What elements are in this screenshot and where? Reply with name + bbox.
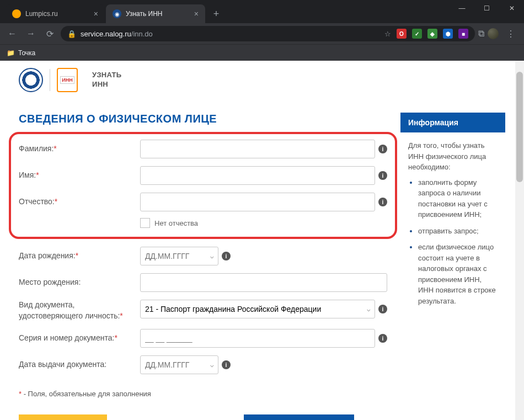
name-row: Имя:* i (19, 166, 387, 185)
back-button[interactable]: ← (4, 26, 20, 41)
doctype-row: Вид документа, удостоверяющего личность:… (19, 300, 387, 321)
birthdate-row: Дата рождения:* ⌵ i (19, 247, 387, 265)
page-scrollbar[interactable] (515, 61, 524, 420)
info-icon[interactable]: i (378, 305, 387, 313)
info-icon[interactable]: i (222, 252, 231, 260)
forward-button[interactable]: → (23, 26, 39, 41)
docdate-input[interactable] (140, 355, 218, 374)
name-input[interactable] (140, 166, 375, 185)
bookmark-folder-tochka[interactable]: 📁 Точка (7, 49, 35, 57)
no-patronymic-checkbox[interactable] (140, 218, 150, 228)
birthplace-row: Место рождения: (19, 273, 387, 292)
logo-separator (50, 69, 50, 91)
info-card-body: Для того, чтобы узнать ИНН физического л… (400, 132, 505, 320)
surname-row: Фамилия:* i (19, 140, 387, 158)
submit-button[interactable] (244, 414, 354, 420)
list-item: если физическое лицо состоит на учете в … (418, 242, 498, 306)
birthdate-input[interactable] (140, 247, 218, 265)
new-tab-button[interactable]: + (208, 6, 224, 22)
minimize-button[interactable]: — (450, 0, 474, 17)
docnum-input[interactable] (140, 329, 375, 348)
lumpics-favicon (12, 9, 21, 18)
no-patronymic-row: Нет отчества (140, 218, 387, 228)
address-bar[interactable]: 🔒 service.nalog.ru/inn.do ☆ O ✓ ◆ ⬢ ■ (61, 26, 475, 41)
close-icon[interactable]: × (194, 9, 199, 18)
list-item: заполнить форму запроса о наличии постан… (418, 177, 498, 220)
maximize-button[interactable]: ☐ (474, 0, 499, 17)
opera-ext-icon[interactable]: O (397, 29, 407, 39)
close-icon[interactable]: × (94, 9, 98, 18)
folder-icon: 📁 (7, 49, 15, 57)
docnum-row: Серия и номер документа:* i (19, 329, 387, 348)
section-heading: СВЕДЕНИЯ О ФИЗИЧЕСКОМ ЛИЦЕ (19, 113, 387, 125)
docnum-label: Серия и номер документа:* (19, 333, 140, 344)
required-note: * - Поля, обязательные для заполнения (19, 390, 387, 398)
lock-icon: 🔒 (67, 30, 76, 38)
info-icon[interactable]: i (378, 334, 387, 343)
info-icon[interactable]: i (378, 145, 387, 153)
info-sidebar: Информация Для того, чтобы узнать ИНН фи… (400, 113, 505, 420)
scrollbar-thumb[interactable] (516, 72, 523, 182)
birthplace-input[interactable] (140, 273, 387, 292)
tab-title: Lumpics.ru (25, 10, 58, 18)
browser-titlebar: Lumpics.ru × ◉ Узнать ИНН × + — ☐ ✕ (0, 0, 524, 23)
info-intro: Для того, чтобы узнать ИНН физического л… (408, 140, 498, 173)
docdate-row: Дата выдачи документа: ⌵ i (19, 355, 387, 374)
nalog-favicon: ◉ (113, 9, 121, 18)
address-text: service.nalog.ru/inn.do (81, 30, 153, 38)
list-item: отправить запрос; (418, 226, 498, 237)
form-buttons (19, 414, 387, 420)
info-list: заполнить форму запроса о наличии постан… (408, 177, 498, 307)
window-controls: — ☐ ✕ (450, 0, 524, 17)
birthdate-label: Дата рождения:* (19, 251, 140, 262)
info-icon[interactable]: i (378, 198, 387, 206)
info-icon[interactable]: i (378, 171, 387, 180)
clear-button[interactable] (19, 414, 107, 420)
tab-title: Узнать ИНН (126, 10, 163, 18)
bookmark-star-icon[interactable]: ☆ (384, 30, 391, 38)
bookmarks-bar: 📁 Точка (0, 44, 524, 61)
close-window-button[interactable]: ✕ (499, 0, 524, 17)
patronymic-input[interactable] (140, 193, 375, 211)
reload-button[interactable]: ⟳ (42, 26, 57, 41)
birthplace-label: Место рождения: (19, 277, 140, 288)
page-content: ИНН УЗНАТЬ ИНН СВЕДЕНИЯ О ФИЗИЧЕСКОМ ЛИЦ… (0, 61, 524, 420)
info-icon[interactable]: i (222, 360, 231, 369)
page-title: УЗНАТЬ ИНН (92, 71, 121, 89)
doctype-label: Вид документа, удостоверяющего личность:… (19, 300, 140, 321)
patronymic-label: Отчество:* (19, 196, 140, 208)
profile-avatar[interactable] (488, 28, 499, 39)
inn-service-icon: ИНН (57, 68, 78, 92)
browser-toolbar: ← → ⟳ 🔒 service.nalog.ru/inn.do ☆ O ✓ ◆ … (0, 23, 524, 44)
bookmark-label: Точка (18, 49, 35, 57)
reader-icon[interactable]: ⧉ (478, 29, 484, 39)
docdate-label: Дата выдачи документа: (19, 359, 140, 370)
surname-input[interactable] (140, 140, 375, 158)
browser-menu-button[interactable]: ⋮ (502, 29, 520, 39)
no-patronymic-label: Нет отчества (154, 219, 198, 227)
adguard-ext-icon[interactable]: ◆ (427, 29, 437, 39)
ext-purple-icon[interactable]: ■ (458, 29, 468, 39)
form-column: СВЕДЕНИЯ О ФИЗИЧЕСКОМ ЛИЦЕ Фамилия:* i И… (19, 113, 387, 420)
info-card-header: Информация (400, 113, 505, 132)
doctype-select[interactable] (140, 300, 375, 318)
name-fields-highlight: Фамилия:* i Имя:* i От (9, 132, 397, 239)
ext-cube-icon[interactable]: ⬢ (443, 29, 453, 39)
site-header: ИНН УЗНАТЬ ИНН (0, 61, 524, 99)
browser-tab-nalog[interactable]: ◉ Узнать ИНН × (106, 4, 205, 23)
surname-label: Фамилия:* (19, 143, 140, 155)
fns-emblem-icon (19, 68, 43, 92)
name-label: Имя:* (19, 170, 140, 181)
patronymic-row: Отчество:* i (19, 193, 387, 211)
adblock-ext-icon[interactable]: ✓ (412, 29, 422, 39)
browser-tab-lumpics[interactable]: Lumpics.ru × (6, 4, 105, 23)
